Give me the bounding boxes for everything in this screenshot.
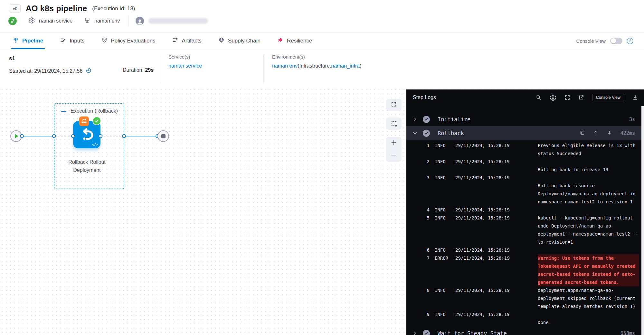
tab-pipeline[interactable]: Pipeline xyxy=(13,33,43,49)
marquee-select-icon xyxy=(392,121,396,126)
log-section-rollback[interactable]: Rollback 422ms xyxy=(406,126,644,140)
download-icon[interactable] xyxy=(632,95,638,100)
log-message: Previous eligible Release is 13 with sta… xyxy=(538,142,639,158)
service-link[interactable]: naman service xyxy=(168,63,202,69)
info-icon[interactable]: i xyxy=(627,38,633,44)
port-stage-out xyxy=(122,134,126,138)
header-divider xyxy=(128,15,128,26)
zoom-out-button[interactable] xyxy=(391,152,397,160)
log-level: INFO xyxy=(435,206,450,214)
log-time: 29/11/2024, 15:28:19 xyxy=(455,174,533,206)
port-node-out xyxy=(99,134,102,138)
search-icon[interactable] xyxy=(536,95,542,100)
arrow-down-icon[interactable] xyxy=(607,130,612,136)
log-section-wait-steady-state[interactable]: Wait for Steady State 658ms xyxy=(406,327,644,335)
stage-name: s1 xyxy=(9,55,15,62)
header-meta-row: naman service naman env xyxy=(8,16,208,26)
duration-value: 29s xyxy=(145,67,154,73)
version-badge: v0 xyxy=(10,4,21,13)
log-time: 29/11/2024, 15:28:19 xyxy=(455,254,533,286)
stagebar-divider xyxy=(160,55,160,83)
section-name: Initialize xyxy=(438,116,470,123)
tab-artifacts[interactable]: Artifacts xyxy=(172,33,201,49)
environment-link[interactable]: naman env xyxy=(272,63,298,69)
duration-label: Duration: xyxy=(123,67,144,73)
settings-gear-icon[interactable] xyxy=(550,94,556,101)
environments-block: Environment(s) naman env(Infrastructure:… xyxy=(272,54,361,69)
section-duration: 658ms xyxy=(620,330,635,335)
environment-icon xyxy=(84,17,90,25)
zoom-controls xyxy=(386,137,402,162)
history-icon[interactable] xyxy=(85,67,92,75)
stop-icon xyxy=(161,134,166,138)
log-time: 29/11/2024, 15:28:19 xyxy=(455,311,533,327)
console-view-label: Console View xyxy=(576,38,606,44)
stage-started: Started at: 29/11/2024, 15:27:56 xyxy=(9,67,92,75)
chevron-right-icon xyxy=(413,117,418,122)
line-number: 5 xyxy=(419,214,430,246)
log-time: 29/11/2024, 15:28:19 xyxy=(455,142,533,158)
tab-label: Pipeline xyxy=(22,38,43,44)
supply-chain-icon xyxy=(218,37,224,45)
log-panel-header: Step Logs Console View xyxy=(406,89,644,106)
log-level: INFO xyxy=(435,246,450,254)
pipeline-execution-page: v0 AO k8s pipeline (Execution Id: 18) na… xyxy=(0,0,644,335)
arrow-up-icon[interactable] xyxy=(593,130,598,136)
port-stage-in xyxy=(52,134,56,138)
end-node[interactable] xyxy=(157,130,169,142)
console-view-button[interactable]: Console View xyxy=(592,94,624,101)
fit-view-button[interactable] xyxy=(386,99,402,111)
log-line: 5INFO29/11/2024, 15:28:19kubectl --kubec… xyxy=(406,214,644,246)
log-level: INFO xyxy=(435,142,450,158)
rollout-deployment-badge-icon xyxy=(79,116,89,126)
log-scrollbar[interactable] xyxy=(641,106,644,335)
rollback-step-node[interactable]: </> xyxy=(73,121,100,148)
resilience-icon xyxy=(277,37,283,45)
tab-policy-evaluations[interactable]: Policy Evaluations xyxy=(101,33,156,49)
log-line: 8INFO29/11/2024, 15:28:19deployment.apps… xyxy=(406,286,644,311)
log-panel-title: Step Logs xyxy=(413,95,436,100)
collapse-minus-icon[interactable] xyxy=(61,111,66,112)
log-line: 7ERROR29/11/2024, 15:28:19Warning: Use t… xyxy=(406,254,644,286)
line-number: 6 xyxy=(419,246,430,254)
tab-supply-chain[interactable]: Supply Chain xyxy=(218,33,260,49)
tab-resilience[interactable]: Resilience xyxy=(277,33,312,49)
fullscreen-icon[interactable] xyxy=(564,95,570,100)
tabbar-right-controls: Console View i xyxy=(576,33,644,49)
artifacts-icon xyxy=(172,37,178,45)
tab-inputs[interactable]: Inputs xyxy=(60,33,84,49)
rollback-icon xyxy=(79,126,95,143)
log-time: 29/11/2024, 15:28:19 xyxy=(455,206,533,214)
tab-label: Supply Chain xyxy=(228,38,260,44)
log-level: INFO xyxy=(435,214,450,246)
external-link-icon[interactable] xyxy=(578,95,584,100)
log-section-initialize[interactable]: Initialize 3s xyxy=(406,113,644,126)
services-label: Service(s) xyxy=(168,54,202,60)
log-line: 2INFO29/11/2024, 15:28:19 Rolling back t… xyxy=(406,158,644,174)
chevron-down-icon xyxy=(413,131,418,135)
stage-duration: Duration: 29s xyxy=(123,67,154,73)
policy-icon xyxy=(101,37,108,45)
infrastructure-link[interactable]: naman_infra xyxy=(331,63,360,69)
copy-icon[interactable] xyxy=(580,130,585,136)
app-header: v0 AO k8s pipeline (Execution Id: 18) na… xyxy=(0,0,644,33)
pipeline-canvas[interactable]: Execution (Rollback) </> Rollback Rollou… xyxy=(0,88,644,335)
environments-label: Environment(s) xyxy=(272,54,361,60)
tab-label: Resilience xyxy=(287,38,312,44)
header-environment-name: naman env xyxy=(94,18,120,24)
zoom-in-button[interactable] xyxy=(391,139,397,147)
log-time: 29/11/2024, 15:28:19 xyxy=(455,214,533,246)
tab-bar: Pipeline Inputs Policy Evaluations Artif… xyxy=(0,33,644,49)
line-number: 3 xyxy=(419,174,430,206)
marquee-select-button[interactable] xyxy=(386,117,402,130)
section-actions: 422ms xyxy=(580,130,635,136)
avatar xyxy=(136,17,144,25)
log-message: deployment.apps/naman-qa-ao-deployment s… xyxy=(538,286,639,311)
log-lines-list[interactable]: 1INFO29/11/2024, 15:28:19Previous eligib… xyxy=(406,142,644,327)
header-service-name: naman service xyxy=(39,18,72,24)
log-message: Done. xyxy=(538,311,639,327)
port-start-out xyxy=(20,134,24,138)
console-view-toggle[interactable] xyxy=(610,38,622,44)
stage-details-bar: s1 Started at: 29/11/2024, 15:27:56 Dura… xyxy=(0,50,644,88)
log-level: INFO xyxy=(435,174,450,206)
